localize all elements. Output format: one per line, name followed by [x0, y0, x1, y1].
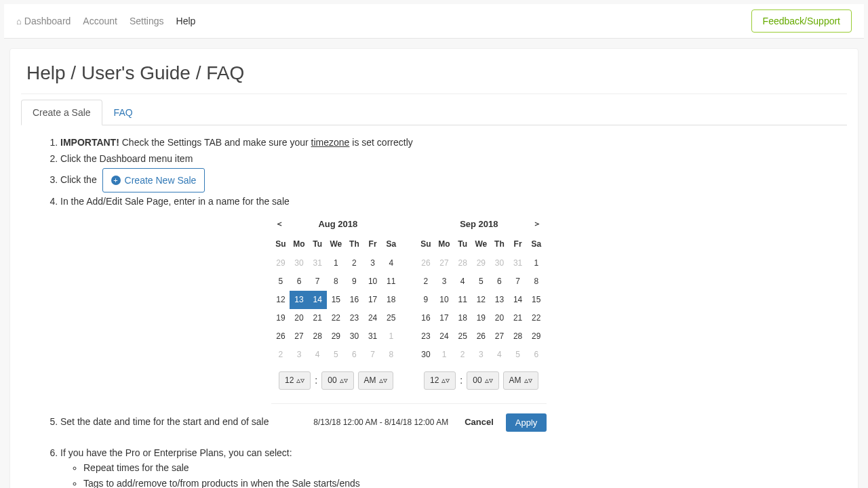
tab-create-a-sale[interactable]: Create a Sale — [21, 100, 102, 125]
calendar-day[interactable]: 16 — [416, 309, 435, 327]
calendar-day[interactable]: 6 — [490, 272, 509, 291]
calendar-day[interactable]: 6 — [345, 346, 363, 364]
apply-button[interactable]: Apply — [506, 413, 547, 432]
next-month-icon[interactable]: ＞ — [529, 218, 545, 230]
calendar-day[interactable]: 18 — [382, 291, 400, 309]
calendar-day[interactable]: 3 — [290, 346, 308, 364]
calendar-day[interactable]: 7 — [363, 346, 382, 364]
calendar-day[interactable]: 15 — [527, 291, 545, 309]
calendar-day[interactable]: 8 — [527, 272, 545, 291]
calendar-day[interactable]: 5 — [509, 346, 527, 364]
calendar-day[interactable]: 4 — [309, 346, 327, 364]
calendar-day[interactable]: 4 — [490, 346, 509, 364]
ampm-select-end[interactable]: AM▵▿ — [503, 371, 538, 390]
calendar-day[interactable]: 25 — [382, 309, 400, 327]
calendar-day[interactable]: 29 — [527, 327, 545, 346]
calendar-day[interactable]: 5 — [271, 272, 290, 291]
calendar-day[interactable]: 12 — [271, 291, 290, 309]
calendar-day[interactable]: 10 — [435, 291, 453, 309]
calendar-day[interactable]: 7 — [509, 272, 527, 291]
calendar-day[interactable]: 5 — [472, 272, 490, 291]
calendar-day[interactable]: 14 — [309, 291, 327, 309]
ampm-select[interactable]: AM▵▿ — [358, 371, 393, 390]
calendar-day[interactable]: 6 — [290, 272, 308, 291]
calendar-day[interactable]: 26 — [271, 327, 290, 346]
calendar-day[interactable]: 4 — [382, 254, 400, 272]
calendar-day[interactable]: 2 — [345, 254, 363, 272]
calendar-day[interactable]: 17 — [435, 309, 453, 327]
calendar-day[interactable]: 31 — [309, 254, 327, 272]
hour-select-end[interactable]: 12▵▿ — [424, 371, 456, 390]
calendar-day[interactable]: 3 — [472, 346, 490, 364]
calendar-day[interactable]: 29 — [271, 254, 290, 272]
calendar-day[interactable]: 1 — [435, 346, 453, 364]
calendar-day[interactable]: 23 — [345, 309, 363, 327]
calendar-day[interactable]: 24 — [435, 327, 453, 346]
calendar-day[interactable]: 11 — [382, 272, 400, 291]
calendar-day[interactable]: 27 — [435, 254, 453, 272]
calendar-day[interactable]: 26 — [416, 254, 435, 272]
calendar-day[interactable]: 31 — [509, 254, 527, 272]
calendar-day[interactable]: 27 — [490, 327, 509, 346]
nav-settings[interactable]: Settings — [130, 16, 164, 26]
calendar-day[interactable]: 3 — [435, 272, 453, 291]
calendar-day[interactable]: 19 — [472, 309, 490, 327]
hour-select[interactable]: 12▵▿ — [279, 371, 311, 390]
calendar-day[interactable]: 29 — [327, 327, 345, 346]
calendar-day[interactable]: 8 — [327, 272, 345, 291]
calendar-day[interactable]: 22 — [527, 309, 545, 327]
calendar-day[interactable]: 28 — [454, 254, 472, 272]
calendar-day[interactable]: 10 — [363, 272, 382, 291]
calendar-day[interactable]: 8 — [382, 346, 400, 364]
calendar-day[interactable]: 16 — [345, 291, 363, 309]
calendar-day[interactable]: 11 — [454, 291, 472, 309]
calendar-day[interactable]: 24 — [363, 309, 382, 327]
calendar-day[interactable]: 30 — [345, 327, 363, 346]
calendar-day[interactable]: 6 — [527, 346, 545, 364]
calendar-day[interactable]: 19 — [271, 309, 290, 327]
nav-help[interactable]: Help — [176, 16, 196, 26]
calendar-day[interactable]: 1 — [527, 254, 545, 272]
calendar-day[interactable]: 21 — [309, 309, 327, 327]
create-new-sale-button[interactable]: + Create New Sale — [102, 168, 205, 192]
calendar-day[interactable]: 14 — [509, 291, 527, 309]
calendar-day[interactable]: 7 — [309, 272, 327, 291]
cancel-button[interactable]: Cancel — [465, 415, 494, 430]
nav-account[interactable]: Account — [83, 16, 117, 26]
calendar-day[interactable]: 28 — [309, 327, 327, 346]
calendar-day[interactable]: 20 — [290, 309, 308, 327]
calendar-day[interactable]: 2 — [271, 346, 290, 364]
calendar-day[interactable]: 3 — [363, 254, 382, 272]
calendar-day[interactable]: 29 — [472, 254, 490, 272]
calendar-day[interactable]: 17 — [363, 291, 382, 309]
calendar-day[interactable]: 20 — [490, 309, 509, 327]
calendar-day[interactable]: 12 — [472, 291, 490, 309]
tab-faq[interactable]: FAQ — [102, 100, 144, 125]
calendar-day[interactable]: 18 — [454, 309, 472, 327]
calendar-day[interactable]: 5 — [327, 346, 345, 364]
calendar-day[interactable]: 2 — [454, 346, 472, 364]
calendar-day[interactable]: 28 — [509, 327, 527, 346]
feedback-button[interactable]: Feedback/Support — [751, 9, 852, 33]
calendar-day[interactable]: 31 — [363, 327, 382, 346]
calendar-day[interactable]: 1 — [382, 327, 400, 346]
calendar-day[interactable]: 13 — [490, 291, 509, 309]
calendar-day[interactable]: 13 — [290, 291, 308, 309]
calendar-day[interactable]: 9 — [416, 291, 435, 309]
nav-dashboard[interactable]: ⌂Dashboard — [16, 16, 71, 26]
calendar-day[interactable]: 2 — [416, 272, 435, 291]
calendar-day[interactable]: 30 — [416, 346, 435, 364]
calendar-day[interactable]: 25 — [454, 327, 472, 346]
calendar-day[interactable]: 4 — [454, 272, 472, 291]
calendar-day[interactable]: 30 — [290, 254, 308, 272]
calendar-day[interactable]: 26 — [472, 327, 490, 346]
calendar-day[interactable]: 23 — [416, 327, 435, 346]
prev-month-icon[interactable]: ＜ — [271, 218, 288, 230]
calendar-day[interactable]: 9 — [345, 272, 363, 291]
calendar-day[interactable]: 22 — [327, 309, 345, 327]
minute-select-end[interactable]: 00▵▿ — [467, 371, 498, 390]
minute-select[interactable]: 00▵▿ — [321, 371, 353, 390]
calendar-day[interactable]: 27 — [290, 327, 308, 346]
calendar-day[interactable]: 21 — [509, 309, 527, 327]
calendar-day[interactable]: 30 — [490, 254, 509, 272]
